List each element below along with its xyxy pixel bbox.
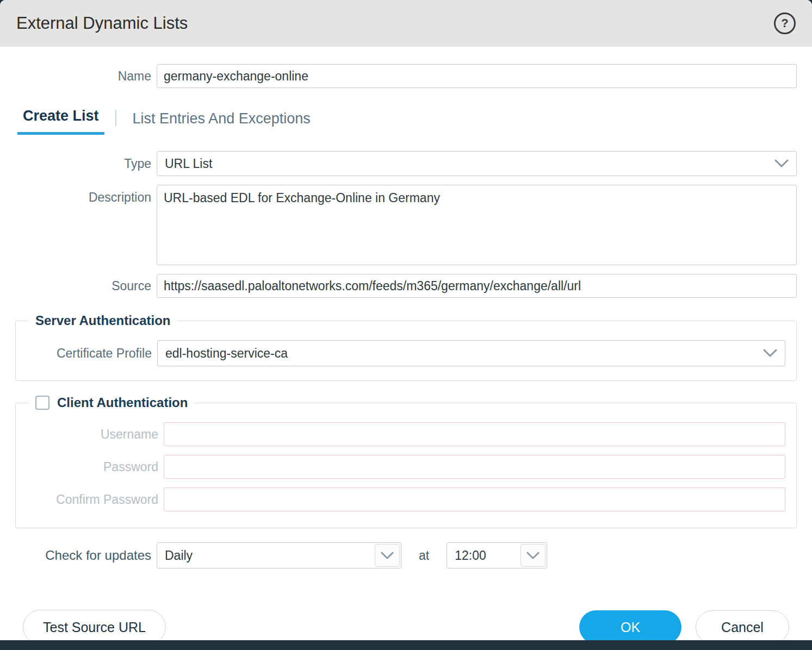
dialog-footer: Test Source URL OK Cancel xyxy=(15,610,797,640)
dialog-header: External Dynamic Lists ? xyxy=(0,0,812,47)
server-authentication-title: Server Authentication xyxy=(35,313,171,328)
description-textarea[interactable]: URL-based EDL for Exchange-Online in Ger… xyxy=(157,185,797,265)
check-for-updates-label: Check for updates xyxy=(15,548,151,563)
tab-separator xyxy=(115,110,116,126)
tab-create-list[interactable]: Create List xyxy=(17,108,104,135)
tab-bar: Create List List Entries And Exceptions xyxy=(17,108,797,135)
cancel-button[interactable]: Cancel xyxy=(696,610,789,640)
client-authentication-checkbox[interactable] xyxy=(35,396,49,410)
password-label: Password xyxy=(16,460,158,474)
confirm-password-input[interactable] xyxy=(164,488,785,511)
at-label: at xyxy=(419,548,429,563)
password-input[interactable] xyxy=(164,455,785,479)
update-time-select[interactable]: 12:00 xyxy=(447,542,547,568)
update-frequency-value: Daily xyxy=(165,548,193,563)
username-input[interactable] xyxy=(164,422,785,446)
certificate-profile-label: Certificate Profile xyxy=(16,346,152,361)
chevron-down-icon xyxy=(375,544,400,567)
source-row: Source xyxy=(15,274,797,298)
help-icon[interactable]: ? xyxy=(774,12,796,34)
tab-list-entries-and-exceptions[interactable]: List Entries And Exceptions xyxy=(127,110,316,135)
server-authentication-section: Server Authentication Certificate Profil… xyxy=(15,313,797,381)
type-select-value: URL List xyxy=(165,157,212,171)
ok-button[interactable]: OK xyxy=(579,610,681,640)
client-authentication-title: Client Authentication xyxy=(57,395,188,410)
name-label: Name xyxy=(15,69,151,84)
update-time-value: 12:00 xyxy=(455,548,486,563)
name-input[interactable] xyxy=(157,64,797,88)
type-select[interactable]: URL List xyxy=(157,151,797,176)
username-row: Username xyxy=(16,422,785,446)
dialog-body: Name Create List List Entries And Except… xyxy=(0,47,812,640)
type-label: Type xyxy=(15,157,151,171)
external-dynamic-lists-dialog: External Dynamic Lists ? Name Create Lis… xyxy=(0,0,812,640)
footer-action-buttons: OK Cancel xyxy=(579,610,789,640)
description-row: Description URL-based EDL for Exchange-O… xyxy=(15,185,797,265)
chevron-down-icon xyxy=(774,159,789,168)
certificate-profile-select-value: edl-hosting-service-ca xyxy=(165,346,288,361)
chevron-down-icon xyxy=(520,544,546,567)
type-row: Type URL List xyxy=(15,151,797,176)
server-authentication-legend: Server Authentication xyxy=(29,313,177,328)
confirm-password-label: Confirm Password xyxy=(16,492,158,507)
chevron-down-icon xyxy=(763,349,777,358)
certificate-profile-row: Certificate Profile edl-hosting-service-… xyxy=(16,340,785,366)
client-authentication-legend: Client Authentication xyxy=(29,395,194,410)
update-frequency-select[interactable]: Daily xyxy=(157,542,401,568)
dialog-title: External Dynamic Lists xyxy=(16,14,188,33)
client-authentication-section: Client Authentication Username Password … xyxy=(15,395,797,528)
password-row: Password xyxy=(16,455,785,479)
source-label: Source xyxy=(15,279,151,293)
certificate-profile-select[interactable]: edl-hosting-service-ca xyxy=(157,340,785,366)
check-for-updates-controls: Daily at 12:00 xyxy=(157,542,797,568)
username-label: Username xyxy=(16,427,158,442)
name-row: Name xyxy=(15,64,797,88)
description-label: Description xyxy=(15,185,151,205)
check-for-updates-row: Check for updates Daily at 12:00 xyxy=(15,542,797,568)
confirm-password-row: Confirm Password xyxy=(16,488,785,511)
test-source-url-button[interactable]: Test Source URL xyxy=(23,610,166,640)
source-input[interactable] xyxy=(157,274,797,298)
